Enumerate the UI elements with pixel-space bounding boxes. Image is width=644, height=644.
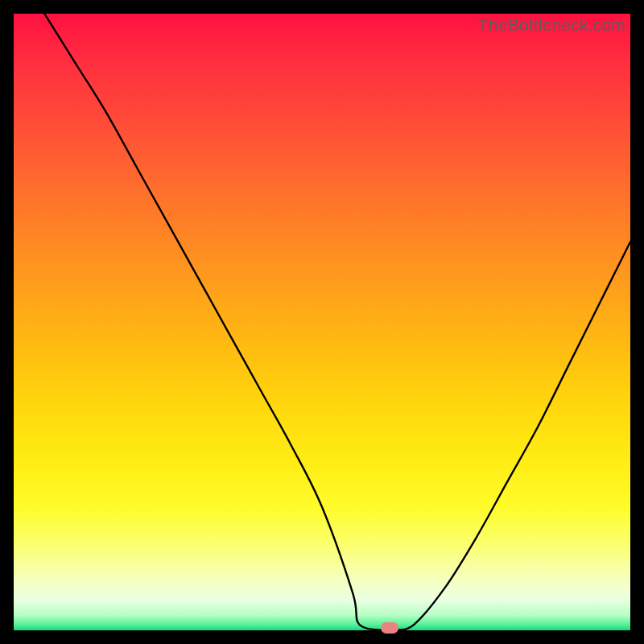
chart-container: TheBottleneck.com xyxy=(0,0,644,644)
optimal-point-marker xyxy=(381,622,398,634)
plot-area: TheBottleneck.com xyxy=(14,14,630,630)
bottleneck-curve xyxy=(14,14,630,630)
